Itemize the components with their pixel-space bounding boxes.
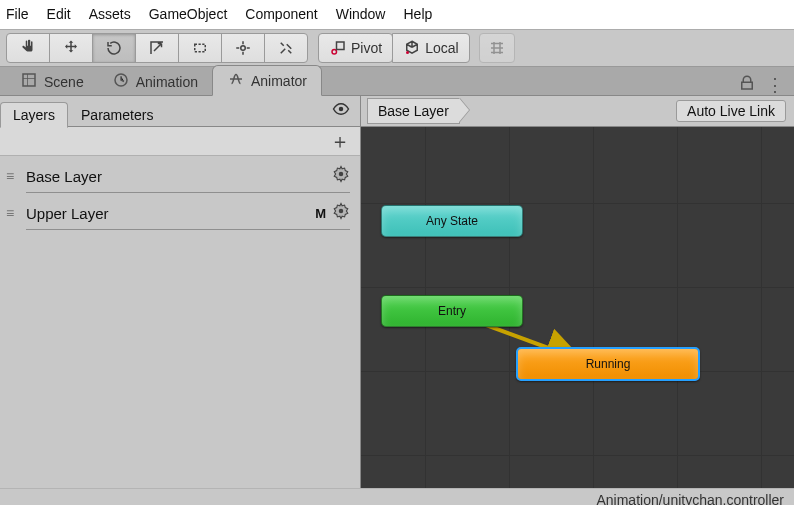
drag-handle-icon[interactable]: ≡ bbox=[6, 205, 20, 221]
animator-icon bbox=[227, 70, 245, 91]
tab-animator[interactable]: Animator bbox=[212, 65, 322, 96]
mask-indicator: M bbox=[315, 206, 326, 221]
window-tab-strip: Scene Animation Animator ⋮ bbox=[0, 67, 794, 96]
layer-name: Upper Layer bbox=[20, 205, 315, 222]
layer-list-panel: ＋ ≡ Base Layer ≡ Upper Layer M bbox=[0, 127, 361, 488]
tab-animation-label: Animation bbox=[136, 74, 198, 90]
rotate-icon bbox=[105, 39, 123, 57]
pivot-label: Pivot bbox=[351, 40, 382, 56]
layer-panel-header: Layers Parameters bbox=[0, 96, 361, 126]
toolbar: Pivot Local bbox=[0, 29, 794, 67]
snap-icon bbox=[488, 39, 506, 57]
menu-file[interactable]: File bbox=[6, 6, 29, 22]
rect-icon bbox=[191, 39, 209, 57]
svg-point-7 bbox=[339, 107, 344, 112]
combined-icon bbox=[234, 39, 252, 57]
tab-animator-label: Animator bbox=[251, 73, 307, 89]
breadcrumb: Base Layer bbox=[367, 98, 460, 124]
node-label: Entry bbox=[438, 304, 466, 318]
layer-row-base[interactable]: ≡ Base Layer bbox=[0, 156, 360, 196]
add-layer-button[interactable]: ＋ bbox=[330, 128, 350, 155]
node-any-state[interactable]: Any State bbox=[381, 205, 523, 237]
svg-rect-5 bbox=[23, 74, 35, 86]
gear-icon[interactable] bbox=[332, 165, 350, 187]
layers-tab[interactable]: Layers bbox=[0, 102, 68, 128]
drag-handle-icon[interactable]: ≡ bbox=[6, 168, 20, 184]
rotate-tool[interactable] bbox=[92, 33, 136, 63]
pivot-toggle[interactable]: Pivot bbox=[318, 33, 393, 63]
node-entry[interactable]: Entry bbox=[381, 295, 523, 327]
local-icon bbox=[403, 39, 421, 57]
move-tool[interactable] bbox=[49, 33, 93, 63]
animator-subheader: Layers Parameters Base Layer Auto Live L… bbox=[0, 96, 794, 127]
transform-tool[interactable] bbox=[221, 33, 265, 63]
pivot-icon bbox=[329, 39, 347, 57]
lock-icon[interactable] bbox=[738, 74, 756, 95]
layer-name: Base Layer bbox=[20, 168, 332, 185]
snap-toggle bbox=[479, 33, 515, 63]
menu-gameobject[interactable]: GameObject bbox=[149, 6, 228, 22]
node-running[interactable]: Running bbox=[516, 347, 700, 381]
svg-point-1 bbox=[241, 46, 246, 51]
node-label: Any State bbox=[426, 214, 478, 228]
visibility-icon[interactable] bbox=[332, 100, 350, 122]
parameters-tab[interactable]: Parameters bbox=[68, 102, 166, 128]
layer-row-upper[interactable]: ≡ Upper Layer M bbox=[0, 193, 360, 233]
local-toggle[interactable]: Local bbox=[392, 33, 469, 63]
hand-tool[interactable] bbox=[6, 33, 50, 63]
svg-rect-3 bbox=[337, 42, 345, 50]
animator-graph[interactable]: Any State Entry Running bbox=[361, 127, 794, 488]
tab-scene[interactable]: Scene bbox=[6, 67, 98, 96]
hand-icon bbox=[19, 39, 37, 57]
rect-tool[interactable] bbox=[178, 33, 222, 63]
asset-path: Animation/unitychan.controller bbox=[596, 492, 784, 505]
scale-icon bbox=[148, 39, 166, 57]
graph-header: Base Layer Auto Live Link bbox=[361, 96, 794, 126]
scale-tool[interactable] bbox=[135, 33, 179, 63]
transform-tools-group bbox=[6, 33, 308, 63]
auto-live-link-button[interactable]: Auto Live Link bbox=[676, 100, 786, 122]
local-label: Local bbox=[425, 40, 458, 56]
svg-rect-0 bbox=[195, 44, 206, 52]
tab-animation[interactable]: Animation bbox=[98, 67, 212, 96]
custom-tool[interactable] bbox=[264, 33, 308, 63]
move-icon bbox=[62, 39, 80, 57]
animation-icon bbox=[112, 71, 130, 92]
gear-icon[interactable] bbox=[332, 202, 350, 224]
menu-help[interactable]: Help bbox=[403, 6, 432, 22]
scene-icon bbox=[20, 71, 38, 92]
node-label: Running bbox=[586, 357, 631, 371]
menu-bar: File Edit Assets GameObject Component Wi… bbox=[0, 0, 794, 29]
tab-scene-label: Scene bbox=[44, 74, 84, 90]
menu-assets[interactable]: Assets bbox=[89, 6, 131, 22]
status-bar: Animation/unitychan.controller bbox=[0, 488, 794, 505]
pivot-group: Pivot Local bbox=[318, 33, 470, 63]
add-layer-row: ＋ bbox=[0, 127, 360, 156]
svg-point-4 bbox=[406, 51, 409, 54]
breadcrumb-root[interactable]: Base Layer bbox=[367, 98, 460, 124]
menu-edit[interactable]: Edit bbox=[47, 6, 71, 22]
tools-icon bbox=[277, 39, 295, 57]
menu-component[interactable]: Component bbox=[245, 6, 317, 22]
menu-window[interactable]: Window bbox=[336, 6, 386, 22]
divider bbox=[26, 229, 350, 230]
